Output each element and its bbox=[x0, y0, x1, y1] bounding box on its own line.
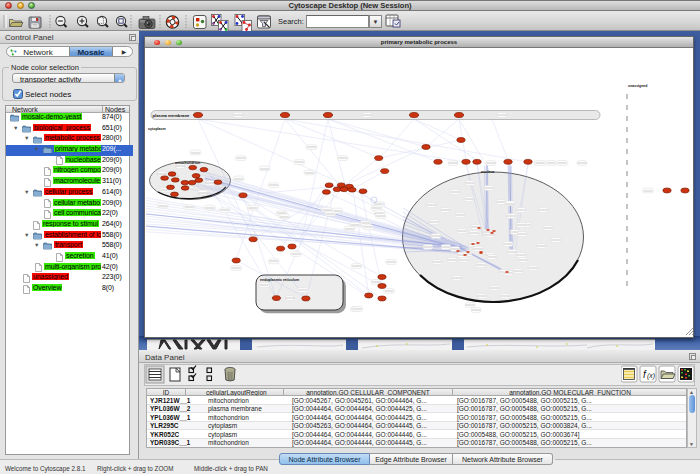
svg-text:plasma membrane: plasma membrane bbox=[153, 113, 190, 118]
svg-text:xxxxxx: xxxxxx bbox=[466, 303, 476, 307]
svg-text:xxxxxx: xxxxxx bbox=[205, 206, 215, 210]
svg-text:xxxxxx: xxxxxx bbox=[501, 294, 511, 298]
svg-text:endoplasmic reticulum: endoplasmic reticulum bbox=[260, 278, 299, 282]
svg-text:xxxxxx: xxxxxx bbox=[433, 260, 443, 264]
svg-text:xxxxxx: xxxxxx bbox=[260, 283, 270, 287]
svg-text:xxxxxx: xxxxxx bbox=[458, 229, 468, 233]
svg-text:xxxxxx: xxxxxx bbox=[578, 161, 588, 165]
svg-text:xxxxxx: xxxxxx bbox=[305, 171, 315, 175]
svg-text:xxxxxx: xxxxxx bbox=[387, 260, 397, 264]
svg-text:xxxxxx: xxxxxx bbox=[552, 238, 562, 242]
svg-text:xxxxxx: xxxxxx bbox=[427, 203, 437, 207]
svg-text:xxxxxx: xxxxxx bbox=[517, 208, 527, 212]
svg-text:xxxxxx: xxxxxx bbox=[220, 208, 230, 212]
svg-text:xxxxxx: xxxxxx bbox=[269, 183, 279, 187]
svg-text:unassigned: unassigned bbox=[628, 84, 647, 88]
svg-text:xxxxxx: xxxxxx bbox=[529, 266, 539, 270]
svg-text:xxxxxx: xxxxxx bbox=[249, 206, 259, 210]
svg-text:xxxxxx: xxxxxx bbox=[236, 156, 246, 160]
svg-text:xxxxxx: xxxxxx bbox=[352, 264, 362, 268]
svg-text:xxxxxx: xxxxxx bbox=[536, 161, 546, 165]
svg-text:xxxxxx: xxxxxx bbox=[472, 308, 482, 312]
svg-text:xxxxxx: xxxxxx bbox=[376, 214, 386, 218]
svg-text:xxxxxx: xxxxxx bbox=[456, 213, 466, 217]
svg-text:xxxxxx: xxxxxx bbox=[269, 259, 279, 263]
svg-text:xxxxxx: xxxxxx bbox=[449, 161, 459, 165]
svg-text:xxxxxx: xxxxxx bbox=[385, 289, 395, 293]
svg-text:xxxxxx: xxxxxx bbox=[453, 276, 463, 280]
svg-text:xxxxxx: xxxxxx bbox=[424, 245, 434, 249]
svg-text:xxxxxx: xxxxxx bbox=[280, 215, 290, 219]
svg-text:xxxxxx: xxxxxx bbox=[338, 156, 348, 160]
svg-text:xxxxxx: xxxxxx bbox=[206, 181, 216, 185]
svg-text:xxxxxx: xxxxxx bbox=[514, 269, 524, 273]
svg-text:xxxxxx: xxxxxx bbox=[485, 186, 495, 190]
svg-text:xxxxxx: xxxxxx bbox=[234, 113, 244, 117]
svg-text:xxxxxx: xxxxxx bbox=[292, 252, 302, 256]
svg-text:xxxxxx: xxxxxx bbox=[353, 307, 363, 311]
svg-text:xxxxxx: xxxxxx bbox=[441, 208, 451, 212]
svg-text:xxxxxx: xxxxxx bbox=[474, 247, 484, 251]
svg-text:xxxxxx: xxxxxx bbox=[460, 258, 470, 262]
svg-text:xxxxxx: xxxxxx bbox=[185, 205, 195, 209]
svg-text:xxxxxx: xxxxxx bbox=[232, 266, 242, 270]
svg-text:xxxxxx: xxxxxx bbox=[518, 232, 528, 236]
svg-text:xxxxxx: xxxxxx bbox=[345, 227, 355, 231]
svg-text:xxxxxx: xxxxxx bbox=[486, 233, 496, 237]
svg-text:xxxxxx: xxxxxx bbox=[448, 258, 458, 262]
svg-text:xxxxxx: xxxxxx bbox=[497, 200, 507, 204]
svg-text:xxxxxx: xxxxxx bbox=[465, 197, 475, 201]
svg-text:xxxxxx: xxxxxx bbox=[470, 231, 480, 235]
svg-text:xxxxxx: xxxxxx bbox=[285, 296, 295, 300]
svg-text:xxxxxx: xxxxxx bbox=[442, 245, 452, 249]
svg-text:xxxxxx: xxxxxx bbox=[430, 220, 440, 224]
svg-text:xxxxxx: xxxxxx bbox=[176, 164, 186, 168]
svg-text:xxxxxx: xxxxxx bbox=[508, 250, 518, 254]
svg-text:xxxxxx: xxxxxx bbox=[364, 225, 374, 229]
svg-text:cytoplasm: cytoplasm bbox=[148, 127, 166, 131]
svg-text:xxxxxx: xxxxxx bbox=[547, 161, 557, 165]
svg-text:xxxxxx: xxxxxx bbox=[490, 286, 500, 290]
svg-text:xxxxxx: xxxxxx bbox=[517, 253, 527, 257]
svg-text:xxxxxx: xxxxxx bbox=[158, 204, 168, 208]
svg-text:xxxxxx: xxxxxx bbox=[432, 234, 442, 238]
svg-text:xxxxxx: xxxxxx bbox=[504, 242, 514, 246]
svg-text:xxxxxx: xxxxxx bbox=[519, 258, 529, 262]
svg-text:xxxxxx: xxxxxx bbox=[307, 145, 317, 149]
svg-text:xxxxxx: xxxxxx bbox=[157, 172, 167, 176]
svg-text:xxxxxx: xxxxxx bbox=[234, 177, 244, 181]
svg-text:xxxxxx: xxxxxx bbox=[260, 167, 270, 171]
svg-text:xxxxxx: xxxxxx bbox=[488, 255, 498, 259]
svg-text:xxxxxx: xxxxxx bbox=[477, 263, 487, 267]
svg-text:xxxxxx: xxxxxx bbox=[644, 189, 654, 193]
svg-text:xxxxxx: xxxxxx bbox=[466, 181, 476, 185]
svg-text:xxxxxx: xxxxxx bbox=[506, 202, 516, 206]
svg-text:xxxxxx: xxxxxx bbox=[544, 226, 554, 230]
svg-text:nucleus: nucleus bbox=[481, 170, 495, 174]
svg-text:xxxxxx: xxxxxx bbox=[326, 212, 336, 216]
svg-text:mitochondrion: mitochondrion bbox=[175, 161, 200, 165]
svg-text:xxxxxx: xxxxxx bbox=[507, 214, 517, 218]
svg-text:xxxxxx: xxxxxx bbox=[451, 190, 461, 194]
svg-text:(x): (x) bbox=[647, 372, 655, 380]
svg-text:xxxxxx: xxxxxx bbox=[537, 244, 547, 248]
svg-text:xxxxxx: xxxxxx bbox=[191, 151, 201, 155]
svg-text:xxxxxx: xxxxxx bbox=[363, 113, 373, 117]
svg-text:xxxxxx: xxxxxx bbox=[199, 191, 209, 195]
svg-text:xxxxxx: xxxxxx bbox=[487, 161, 497, 165]
svg-text:xxxxxx: xxxxxx bbox=[498, 113, 508, 117]
svg-text:xxxxxx: xxxxxx bbox=[295, 160, 305, 164]
svg-text:xxxxxx: xxxxxx bbox=[558, 161, 568, 165]
svg-text:xxxxxx: xxxxxx bbox=[299, 288, 309, 292]
svg-text:xxxxxx: xxxxxx bbox=[539, 208, 549, 212]
svg-text:xxxxxx: xxxxxx bbox=[478, 294, 488, 298]
svg-text:xxxxxx: xxxxxx bbox=[517, 223, 527, 227]
